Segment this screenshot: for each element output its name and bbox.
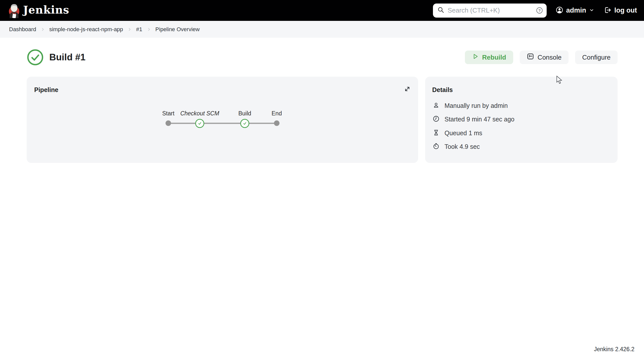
user-avatar-icon: [556, 6, 563, 15]
breadcrumb: Dashboard simple-node-js-react-npm-app #…: [0, 21, 644, 38]
breadcrumb-pipeline-overview[interactable]: Pipeline Overview: [155, 26, 200, 33]
configure-label: Configure: [582, 54, 611, 61]
terminal-icon: [527, 53, 534, 62]
details-card: Details Manually run by admin Started 9 …: [425, 77, 618, 163]
logout-button[interactable]: log out: [604, 6, 637, 15]
detail-cause-text: Manually run by admin: [445, 102, 508, 109]
search-icon: [437, 7, 444, 14]
console-label: Console: [538, 54, 561, 61]
jenkins-logo-icon: [7, 3, 21, 18]
detail-row-cause: Manually run by admin: [433, 102, 508, 110]
top-bar: Jenkins ? admin: [0, 0, 644, 21]
breadcrumb-dashboard[interactable]: Dashboard: [9, 26, 36, 33]
expand-icon[interactable]: [404, 86, 411, 93]
stage-label-checkout-scm: Checkout SCM: [180, 110, 219, 117]
breadcrumb-job[interactable]: simple-node-js-react-npm-app: [49, 26, 123, 33]
detail-queued-text: Queued 1 ms: [445, 129, 482, 137]
stage-label-end: End: [272, 110, 282, 117]
stage-label-start: Start: [162, 110, 175, 117]
jenkins-home-link[interactable]: Jenkins: [7, 3, 69, 18]
configure-button[interactable]: Configure: [575, 51, 618, 64]
stage-checkout-scm-success-icon[interactable]: [195, 119, 204, 128]
user-name: admin: [566, 7, 586, 14]
user-menu-button[interactable]: admin: [556, 6, 594, 15]
stage-start-node: [166, 120, 171, 126]
stage-end-node: [274, 120, 279, 126]
detail-row-started: Started 9 min 47 sec ago: [433, 115, 514, 123]
play-icon: [472, 53, 479, 62]
page-title: Build #1: [49, 52, 86, 63]
hourglass-icon: [433, 129, 439, 137]
stage-build-success-icon[interactable]: [240, 119, 249, 128]
breadcrumb-chevron-icon: [128, 27, 132, 31]
pipeline-edge-line: [168, 123, 277, 124]
stopwatch-icon: [433, 143, 439, 151]
detail-started-text: Started 9 min 47 sec ago: [445, 116, 514, 123]
person-icon: [433, 102, 439, 110]
build-success-icon: [27, 49, 44, 66]
rebuild-label: Rebuild: [482, 54, 506, 61]
clock-icon: [433, 115, 439, 123]
details-heading: Details: [432, 86, 453, 94]
logout-icon: [604, 6, 611, 15]
rebuild-button[interactable]: Rebuild: [465, 51, 513, 64]
action-buttons: Rebuild Console Configure: [465, 51, 618, 64]
jenkins-version-link[interactable]: Jenkins 2.426.2: [594, 346, 634, 353]
search-box[interactable]: ?: [433, 4, 547, 18]
page-header: Build #1 Rebuild Console Configure: [27, 48, 618, 67]
stage-label-build: Build: [238, 110, 251, 117]
logout-label: log out: [614, 7, 637, 14]
pipeline-heading: Pipeline: [34, 86, 58, 94]
breadcrumb-build-number[interactable]: #1: [136, 26, 142, 33]
jenkins-wordmark: Jenkins: [23, 5, 69, 16]
detail-took-text: Took 4.9 sec: [445, 143, 480, 150]
detail-row-took: Took 4.9 sec: [433, 143, 480, 151]
pipeline-card: Pipeline Start Checkout SCM Build End: [27, 77, 418, 163]
help-icon[interactable]: ?: [536, 7, 543, 14]
breadcrumb-chevron-icon: [41, 27, 45, 31]
breadcrumb-chevron-icon: [147, 27, 151, 31]
svg-text:?: ?: [538, 8, 540, 13]
detail-row-queued: Queued 1 ms: [433, 129, 482, 137]
search-input[interactable]: [448, 7, 532, 14]
chevron-down-icon: [589, 8, 594, 14]
console-button[interactable]: Console: [520, 51, 569, 64]
